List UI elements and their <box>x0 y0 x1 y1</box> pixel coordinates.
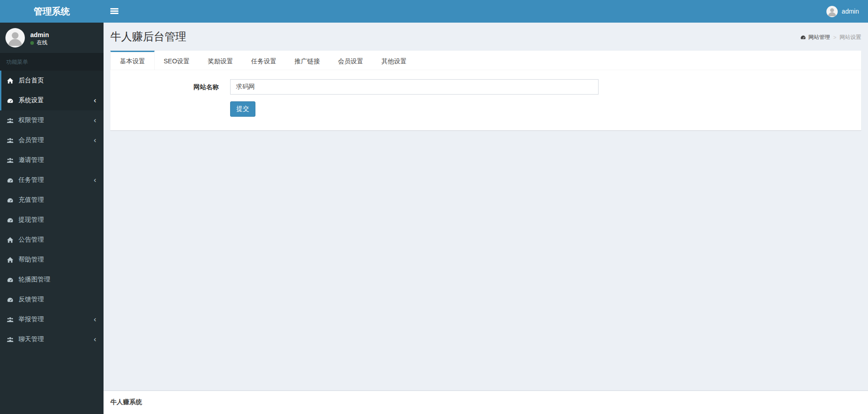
tab-bar: 基本设置 SEO设置 奖励设置 任务设置 推广链接 会员设置 其他设置 <box>110 51 861 70</box>
home-icon <box>7 237 19 243</box>
sidebar-user-panel: admin 在线 <box>0 23 104 53</box>
dashboard-icon <box>7 177 19 184</box>
breadcrumb-separator: > <box>833 34 836 41</box>
site-name-label: 网站名称 <box>117 79 230 95</box>
sidebar-item-label: 公告管理 <box>19 236 44 244</box>
sidebar-item-invites[interactable]: 邀请管理 <box>0 150 104 170</box>
tab-other-settings[interactable]: 其他设置 <box>373 51 416 70</box>
top-navbar: 管理系统 admin <box>0 0 868 23</box>
sidebar-item-permissions[interactable]: 权限管理 ‹ <box>0 110 104 130</box>
tab-member-settings[interactable]: 会员设置 <box>329 51 373 70</box>
site-name-input[interactable] <box>230 79 599 95</box>
sidebar-item-label: 后台首页 <box>19 76 44 85</box>
online-dot-icon <box>30 41 34 45</box>
dashboard-icon <box>7 276 19 283</box>
sidebar-item-label: 举报管理 <box>19 315 44 324</box>
main-footer: 牛人赚系统 <box>104 390 868 414</box>
sidebar-item-members[interactable]: 会员管理 ‹ <box>0 130 104 150</box>
breadcrumb-current: 网站设置 <box>840 33 861 41</box>
sidebar-item-withdrawals[interactable]: 提现管理 <box>0 210 104 230</box>
submit-button[interactable]: 提交 <box>230 101 255 117</box>
tab-basic-settings[interactable]: 基本设置 <box>110 51 155 70</box>
sidebar-user-name: admin <box>30 31 49 38</box>
tab-task-settings[interactable]: 任务设置 <box>242 51 286 70</box>
chevron-left-icon: ‹ <box>94 116 96 124</box>
users-icon <box>7 316 19 323</box>
sidebar-item-label: 权限管理 <box>19 116 44 124</box>
home-icon <box>7 257 19 263</box>
user-menu-label: admin <box>842 8 859 15</box>
sidebar-menu: 后台首页 系统设置 ‹ 权限管理 ‹ 会员管理 ‹ 邀请管理 任务管理 ‹ <box>0 71 104 349</box>
chevron-left-icon: ‹ <box>94 335 96 343</box>
tab-content: 网站名称 提交 <box>110 70 861 130</box>
breadcrumb-parent-link[interactable]: 网站管理 <box>800 33 830 41</box>
footer-text: 牛人赚系统 <box>110 398 142 405</box>
dashboard-icon <box>7 296 19 303</box>
sidebar-item-help[interactable]: 帮助管理 <box>0 250 104 270</box>
avatar <box>826 6 838 17</box>
home-icon <box>7 77 19 84</box>
breadcrumb: 网站管理 > 网站设置 <box>800 33 861 41</box>
user-status-label: 在线 <box>37 39 47 47</box>
page-title: 牛人赚后台管理 <box>110 29 186 44</box>
sidebar-item-feedback[interactable]: 反馈管理 <box>0 290 104 309</box>
dashboard-icon <box>800 34 806 40</box>
sidebar-section-label: 功能菜单 <box>0 53 104 71</box>
users-icon <box>7 157 19 164</box>
sidebar-toggle-button[interactable] <box>104 0 125 23</box>
sidebar-item-label: 聊天管理 <box>19 335 44 343</box>
hamburger-icon <box>110 8 118 15</box>
avatar[interactable] <box>5 28 25 48</box>
users-icon <box>7 117 19 124</box>
tab-promo-links[interactable]: 推广链接 <box>286 51 329 70</box>
chevron-left-icon: ‹ <box>94 136 96 144</box>
users-icon <box>7 137 19 144</box>
chevron-left-icon: ‹ <box>94 315 96 323</box>
sidebar-item-chat[interactable]: 聊天管理 ‹ <box>0 329 104 349</box>
breadcrumb-parent-label: 网站管理 <box>808 33 830 41</box>
chevron-left-icon: ‹ <box>94 176 96 184</box>
user-menu[interactable]: admin <box>823 0 863 23</box>
chevron-left-icon: ‹ <box>94 96 96 104</box>
sidebar-item-recharge[interactable]: 充值管理 <box>0 190 104 210</box>
sidebar-item-home[interactable]: 后台首页 <box>0 71 104 90</box>
sidebar-item-system-settings[interactable]: 系统设置 ‹ <box>0 90 104 110</box>
sidebar-item-announcements[interactable]: 公告管理 <box>0 230 104 250</box>
dashboard-icon <box>7 97 19 104</box>
dashboard-icon <box>7 197 19 204</box>
content-area: 牛人赚后台管理 网站管理 > 网站设置 基本设置 SEO设置 奖励设置 任务设置… <box>104 23 868 390</box>
sidebar-item-reports[interactable]: 举报管理 ‹ <box>0 309 104 329</box>
sidebar-item-label: 系统设置 <box>19 96 44 105</box>
sidebar-item-label: 充值管理 <box>19 196 44 204</box>
app-logo[interactable]: 管理系统 <box>0 0 104 23</box>
sidebar-item-label: 帮助管理 <box>19 256 44 264</box>
tab-seo-settings[interactable]: SEO设置 <box>155 51 199 70</box>
sidebar-item-label: 任务管理 <box>19 176 44 184</box>
sidebar-item-label: 反馈管理 <box>19 295 44 304</box>
sidebar: admin 在线 功能菜单 后台首页 系统设置 ‹ 权限管理 ‹ 会员管理 ‹ <box>0 23 104 414</box>
content-header: 牛人赚后台管理 网站管理 > 网站设置 <box>104 23 868 51</box>
sidebar-item-label: 会员管理 <box>19 136 44 144</box>
sidebar-item-label: 邀请管理 <box>19 156 44 164</box>
dashboard-icon <box>7 217 19 224</box>
user-status[interactable]: 在线 <box>30 39 49 47</box>
users-icon <box>7 336 19 343</box>
sidebar-item-label: 提现管理 <box>19 216 44 224</box>
sidebar-item-carousel[interactable]: 轮播图管理 <box>0 270 104 290</box>
sidebar-item-tasks[interactable]: 任务管理 ‹ <box>0 170 104 190</box>
sidebar-item-label: 轮播图管理 <box>19 276 50 284</box>
tab-reward-settings[interactable]: 奖励设置 <box>199 51 242 70</box>
settings-panel: 基本设置 SEO设置 奖励设置 任务设置 推广链接 会员设置 其他设置 网站名称… <box>110 51 861 130</box>
